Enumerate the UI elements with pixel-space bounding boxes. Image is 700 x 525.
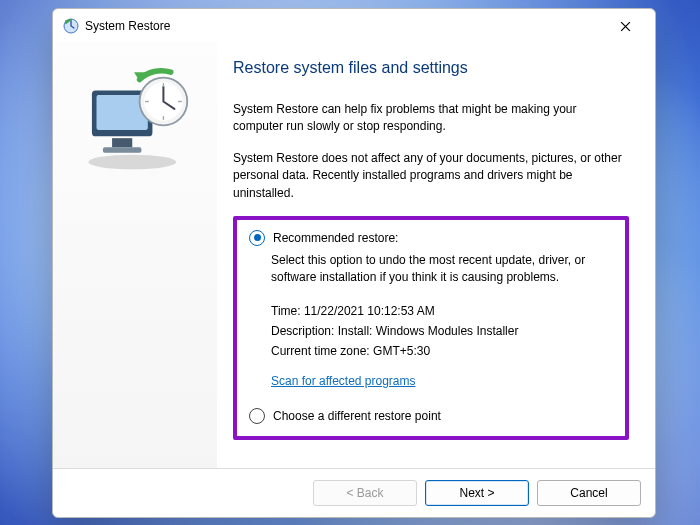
restore-time-value: 11/22/2021 10:12:53 AM <box>304 304 435 318</box>
close-icon <box>620 21 631 32</box>
choose-different-point-option[interactable]: Choose a different restore point <box>249 408 613 424</box>
radio-unselected-icon <box>249 408 265 424</box>
system-restore-window: System Restore Restore system files <box>52 8 656 518</box>
intro-paragraph-2: System Restore does not affect any of yo… <box>233 150 629 202</box>
back-button: < Back <box>313 480 417 506</box>
restore-description: Description: Install: Windows Modules In… <box>271 324 613 338</box>
svg-point-1 <box>88 155 176 170</box>
page-heading: Restore system files and settings <box>233 59 629 77</box>
system-restore-icon <box>63 18 79 34</box>
restore-timezone-value: GMT+5:30 <box>373 344 430 358</box>
restore-description-value: Install: Windows Modules Installer <box>338 324 519 338</box>
svg-rect-4 <box>112 138 132 147</box>
recommended-restore-label: Recommended restore: <box>273 231 398 245</box>
recommended-restore-description: Select this option to undo the most rece… <box>271 252 613 286</box>
title-bar: System Restore <box>53 9 655 41</box>
scan-affected-programs-link[interactable]: Scan for affected programs <box>271 374 416 388</box>
wizard-content: Restore system files and settings System… <box>217 41 655 468</box>
restore-illustration-icon <box>73 63 197 173</box>
wizard-footer: < Back Next > Cancel <box>53 468 655 517</box>
next-button[interactable]: Next > <box>425 480 529 506</box>
restore-time: Time: 11/22/2021 10:12:53 AM <box>271 304 613 318</box>
cancel-button[interactable]: Cancel <box>537 480 641 506</box>
restore-timezone: Current time zone: GMT+5:30 <box>271 344 613 358</box>
close-button[interactable] <box>603 12 647 40</box>
radio-selected-icon <box>249 230 265 246</box>
window-body: Restore system files and settings System… <box>53 41 655 468</box>
restore-description-label: Description: <box>271 324 338 338</box>
intro-paragraph-1: System Restore can help fix problems tha… <box>233 101 629 136</box>
svg-rect-5 <box>103 147 141 153</box>
choose-different-point-label: Choose a different restore point <box>273 409 441 423</box>
restore-timezone-label: Current time zone: <box>271 344 373 358</box>
wizard-sidebar <box>53 41 217 468</box>
highlighted-options-box: Recommended restore: Select this option … <box>233 216 629 440</box>
window-title: System Restore <box>85 19 170 33</box>
restore-time-label: Time: <box>271 304 304 318</box>
recommended-restore-option[interactable]: Recommended restore: <box>249 230 613 246</box>
